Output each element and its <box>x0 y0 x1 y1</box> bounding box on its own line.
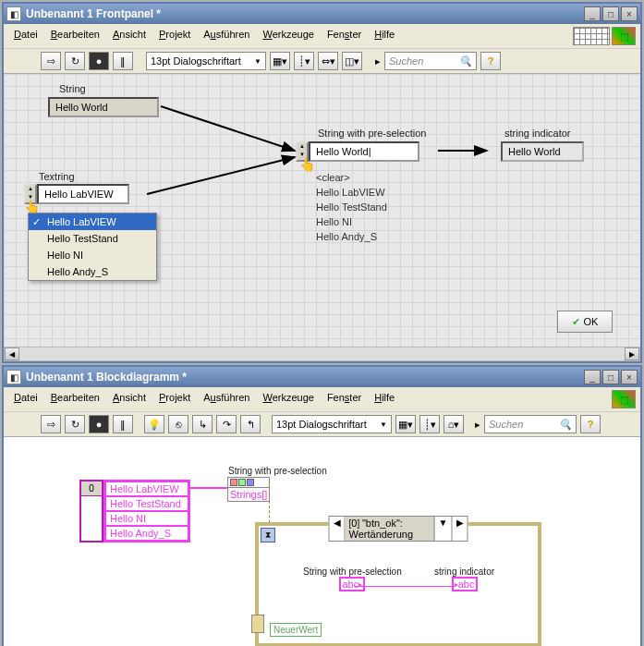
font-select[interactable]: 13pt Dialogschriftart▼ <box>146 52 266 70</box>
event-data-node[interactable] <box>251 615 264 633</box>
search-input[interactable]: Suchen🔍 <box>384 52 477 70</box>
minimize-button[interactable]: _ <box>584 370 601 384</box>
resize-button[interactable]: ⇔▾ <box>318 52 338 70</box>
menu-werkzeuge[interactable]: Werkzeuge <box>257 27 319 45</box>
preselect-value[interactable]: Hello World| <box>309 141 419 162</box>
textring-item-1[interactable]: Hello TestStand <box>29 230 156 247</box>
align-button[interactable]: ▦▾ <box>395 415 416 433</box>
highlight-button[interactable]: 💡 <box>144 415 164 433</box>
distribute-button[interactable]: ┊▾ <box>294 52 314 70</box>
preselect-opt-1[interactable]: Hello LabVIEW <box>316 185 387 200</box>
array-item-2[interactable]: Hello NI <box>105 511 188 526</box>
step-into-button[interactable]: ↳ <box>192 415 213 433</box>
menu-hilfe[interactable]: Hilfe <box>369 27 400 45</box>
menu-ansicht[interactable]: Ansicht <box>107 27 152 45</box>
pause-button[interactable]: ‖ <box>113 415 133 433</box>
menu-fenster[interactable]: Fenster <box>322 390 367 408</box>
bd-menubar: Datei Bearbeiten Ansicht Projekt Ausführ… <box>4 387 640 412</box>
array-index[interactable]: 0 <box>81 481 102 496</box>
event-selector[interactable]: ◀ [0] "btn_ok": Wertänderung ▼ ▶ <box>329 516 468 542</box>
maximize-button[interactable]: □ <box>602 6 619 21</box>
fp-scrollbar[interactable]: ◀▶ <box>4 347 640 361</box>
timeout-terminal[interactable]: ⧗ <box>261 528 275 542</box>
svg-line-0 <box>161 106 295 151</box>
preselect-term-box: abc▸ <box>339 577 365 591</box>
retain-button[interactable]: ⎋ <box>168 415 188 433</box>
array-item-0[interactable]: Hello LabVIEW <box>105 481 188 496</box>
search-input[interactable]: Suchen🔍 <box>484 415 577 433</box>
labview-icon: ◧ <box>6 370 21 384</box>
wire-string <box>354 586 456 587</box>
labview-icon: ◧ <box>6 6 21 21</box>
arrow-2 <box>147 152 299 199</box>
fp-titlebar[interactable]: ◧ Unbenannt 1 Frontpanel * _ □ × <box>4 4 640 24</box>
run-continuous-button[interactable]: ↻ <box>65 52 85 70</box>
abort-button[interactable]: ● <box>89 52 109 70</box>
ok-button[interactable]: ✔OK <box>557 311 613 333</box>
run-button[interactable]: ⇨ <box>41 415 61 433</box>
close-button[interactable]: × <box>621 370 638 384</box>
menu-projekt[interactable]: Projekt <box>153 390 196 408</box>
menu-hilfe[interactable]: Hilfe <box>369 390 400 408</box>
menu-ansicht[interactable]: Ansicht <box>107 390 152 408</box>
string-indicator: Hello World <box>501 141 584 162</box>
reorder-button[interactable]: ◫▾ <box>342 52 362 70</box>
step-out-button[interactable]: ↰ <box>240 415 261 433</box>
indicator-label: string indicator <box>504 128 571 139</box>
svg-line-1 <box>147 157 295 194</box>
textring-item-3[interactable]: Hello Andy_S <box>29 263 156 280</box>
preselect-opt-2[interactable]: Hello TestStand <box>316 200 387 214</box>
menu-bearbeiten[interactable]: Bearbeiten <box>45 27 105 45</box>
distribute-button[interactable]: ┊▾ <box>419 415 440 433</box>
textring-control[interactable]: ▲▼ Hello LabVIEW <box>24 184 129 204</box>
fp-canvas[interactable]: String Hello World String with pre-selec… <box>4 74 640 347</box>
menu-werkzeuge[interactable]: Werkzeuge <box>257 390 319 408</box>
wire-ref-v <box>269 481 270 528</box>
preselect-opt-clear[interactable]: <clear> <box>316 170 387 185</box>
font-select[interactable]: 13pt Dialogschriftart▼ <box>272 415 392 433</box>
step-over-button[interactable]: ↷ <box>216 415 237 433</box>
menu-ausfuehren[interactable]: Ausführen <box>198 390 255 408</box>
bd-indicator-terminal[interactable]: string indicator ▸abc <box>434 567 494 591</box>
help-button[interactable]: ? <box>480 52 501 70</box>
preselect-opt-4[interactable]: Hello Andy_S <box>316 229 387 244</box>
run-button[interactable]: ⇨ <box>41 52 61 70</box>
menu-ausfuehren[interactable]: Ausführen <box>198 27 255 45</box>
run-continuous-button[interactable]: ↻ <box>65 415 85 433</box>
bd-titlebar[interactable]: ◧ Unbenannt 1 Blockdiagramm * _ □ × <box>4 367 640 387</box>
vi-icon[interactable]: ⬚ <box>612 390 636 408</box>
textring-item-0[interactable]: ✓Hello LabVIEW <box>29 213 156 230</box>
pause-button[interactable]: ‖ <box>113 52 133 70</box>
minimize-button[interactable]: _ <box>584 6 601 21</box>
bd-canvas[interactable]: String with pre-selection 0 Hello LabVIE… <box>4 437 640 646</box>
array-item-3[interactable]: Hello Andy_S <box>105 526 188 541</box>
arrow-3 <box>438 146 492 155</box>
menu-bearbeiten[interactable]: Bearbeiten <box>45 390 105 408</box>
textring-value[interactable]: Hello LabVIEW <box>37 184 129 204</box>
menu-datei[interactable]: Datei <box>8 390 43 408</box>
string-control[interactable]: Hello World <box>48 97 159 117</box>
abort-button[interactable]: ● <box>89 415 109 433</box>
preselect-list: <clear> Hello LabVIEW Hello TestStand He… <box>316 170 387 244</box>
close-button[interactable]: × <box>621 6 638 21</box>
menu-datei[interactable]: Datei <box>8 27 43 45</box>
grid-pane-icon[interactable] <box>573 27 610 45</box>
textring-item-2[interactable]: Hello NI <box>29 247 156 263</box>
array-item-1[interactable]: Hello TestStand <box>105 496 188 511</box>
help-button[interactable]: ? <box>580 415 601 433</box>
cleanup-button[interactable]: ⌂▾ <box>444 415 464 433</box>
menu-fenster[interactable]: Fenster <box>322 27 367 45</box>
fp-title: Unbenannt 1 Frontpanel * <box>26 7 584 20</box>
property-strings[interactable]: Strings[] <box>228 488 269 501</box>
property-node[interactable]: Strings[] <box>227 477 270 502</box>
array-constant[interactable]: 0 Hello LabVIEW Hello TestStand Hello NI… <box>79 480 190 542</box>
neuerwert-node[interactable]: NeuerWert <box>270 623 322 637</box>
event-structure[interactable]: ⧗ ◀ [0] "btn_ok": Wertänderung ▼ ▶ Strin… <box>255 522 541 646</box>
maximize-button[interactable]: □ <box>602 370 619 384</box>
align-button[interactable]: ▦▾ <box>270 52 290 70</box>
vi-icon[interactable]: ⬚ <box>612 27 636 45</box>
bd-preselect-label: String with pre-selection <box>228 466 327 476</box>
bd-preselect-terminal[interactable]: String with pre-selection abc▸ <box>303 567 402 591</box>
menu-projekt[interactable]: Projekt <box>153 27 196 45</box>
preselect-opt-3[interactable]: Hello NI <box>316 214 387 229</box>
